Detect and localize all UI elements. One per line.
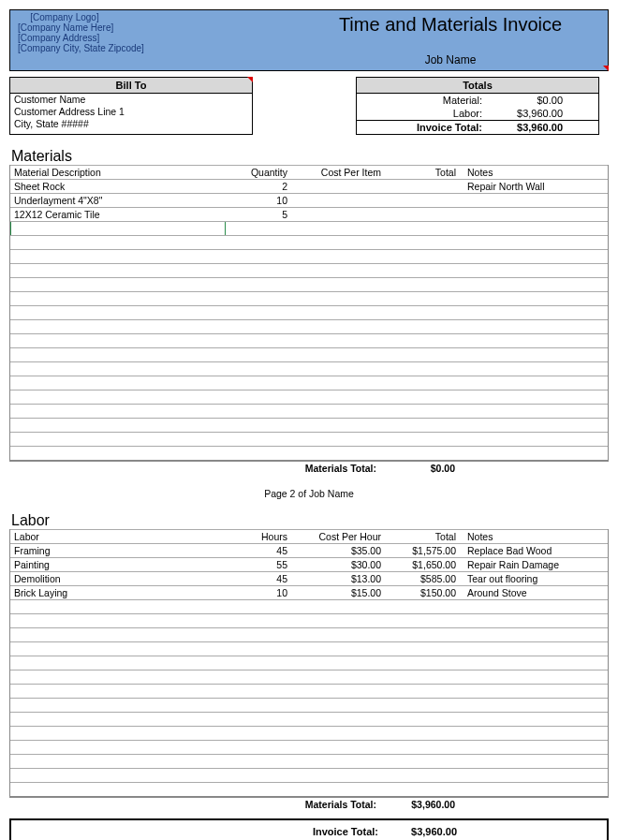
cell-quantity[interactable]	[226, 348, 291, 361]
cell-notes[interactable]	[460, 419, 608, 432]
cell-total[interactable]	[385, 391, 460, 404]
cell-notes[interactable]	[460, 755, 608, 768]
table-row[interactable]: Demolition45$13.00$585.00Tear out floori…	[10, 571, 608, 585]
cell-cost[interactable]	[291, 180, 385, 193]
cell-notes[interactable]: Replace Bad Wood	[460, 544, 608, 557]
table-row[interactable]	[10, 698, 608, 712]
cell-cost[interactable]	[291, 208, 385, 221]
cell-total[interactable]	[385, 769, 460, 782]
table-row[interactable]	[10, 249, 608, 263]
cell-total[interactable]	[385, 755, 460, 768]
cell-quantity[interactable]	[226, 278, 291, 291]
cell-total[interactable]	[385, 642, 460, 656]
cell-cost[interactable]	[291, 600, 385, 613]
cell-notes[interactable]	[460, 376, 608, 390]
cell-notes[interactable]	[460, 685, 608, 698]
cell-notes[interactable]	[460, 292, 608, 305]
cell-quantity[interactable]	[226, 222, 291, 235]
cell-description[interactable]: Framing	[10, 544, 226, 557]
cell-description[interactable]	[10, 447, 226, 460]
cell-notes[interactable]	[460, 614, 608, 627]
cell-notes[interactable]	[460, 671, 608, 684]
cell-cost[interactable]	[291, 713, 385, 726]
cell-cost[interactable]	[291, 433, 385, 446]
cell-notes[interactable]	[460, 405, 608, 418]
cell-description[interactable]	[10, 236, 226, 249]
table-row[interactable]: Brick Laying10$15.00$150.00Around Stove	[10, 585, 608, 599]
table-row[interactable]	[10, 333, 608, 347]
cell-notes[interactable]	[460, 783, 608, 796]
cell-quantity[interactable]: 2	[226, 180, 291, 193]
cell-description[interactable]	[10, 362, 226, 376]
cell-total[interactable]: $1,575.00	[385, 544, 460, 557]
cell-cost[interactable]	[291, 334, 385, 347]
cell-total[interactable]: $585.00	[385, 572, 460, 585]
table-row[interactable]	[10, 291, 608, 305]
table-row[interactable]	[10, 782, 608, 796]
table-row[interactable]	[10, 599, 608, 613]
table-row[interactable]	[10, 221, 608, 235]
cell-description[interactable]	[10, 656, 226, 670]
cell-description[interactable]	[10, 306, 226, 319]
table-row[interactable]: Framing45$35.00$1,575.00Replace Bad Wood	[10, 543, 608, 557]
cell-notes[interactable]	[460, 348, 608, 361]
table-row[interactable]	[10, 627, 608, 641]
cell-quantity[interactable]	[226, 306, 291, 319]
cell-total[interactable]	[385, 447, 460, 460]
cell-quantity[interactable]	[226, 447, 291, 460]
cell-notes[interactable]	[460, 250, 608, 263]
cell-quantity[interactable]	[226, 769, 291, 782]
table-row[interactable]	[10, 235, 608, 249]
cell-total[interactable]	[385, 405, 460, 418]
cell-quantity[interactable]	[226, 419, 291, 432]
cell-quantity[interactable]	[226, 699, 291, 712]
cell-notes[interactable]	[460, 208, 608, 221]
cell-cost[interactable]	[291, 685, 385, 698]
table-row[interactable]	[10, 656, 608, 670]
table-row[interactable]	[10, 376, 608, 390]
table-row[interactable]	[10, 641, 608, 656]
cell-notes[interactable]	[460, 194, 608, 207]
cell-description[interactable]	[10, 391, 226, 404]
cell-quantity[interactable]	[226, 405, 291, 418]
cell-cost[interactable]	[291, 236, 385, 249]
cell-total[interactable]	[385, 419, 460, 432]
cell-description[interactable]	[10, 741, 226, 754]
table-row[interactable]	[10, 740, 608, 754]
cell-quantity[interactable]	[226, 391, 291, 404]
cell-total[interactable]	[385, 713, 460, 726]
cell-description[interactable]	[10, 334, 226, 347]
cell-quantity[interactable]	[226, 628, 291, 641]
cell-quantity[interactable]	[226, 362, 291, 376]
cell-description[interactable]: 12X12 Ceramic Tile	[10, 208, 226, 221]
cell-description[interactable]	[10, 755, 226, 768]
cell-quantity[interactable]	[226, 656, 291, 670]
cell-description[interactable]	[10, 278, 226, 291]
cell-cost[interactable]	[291, 306, 385, 319]
table-row[interactable]: Underlayment 4"X8"10	[10, 193, 608, 207]
cell-notes[interactable]	[460, 628, 608, 641]
cell-quantity[interactable]	[226, 292, 291, 305]
table-row[interactable]	[10, 418, 608, 432]
cell-total[interactable]	[385, 222, 460, 235]
table-row[interactable]: 12X12 Ceramic Tile5	[10, 207, 608, 221]
cell-total[interactable]: $150.00	[385, 586, 460, 599]
cell-quantity[interactable]	[226, 685, 291, 698]
table-row[interactable]	[10, 390, 608, 404]
cell-cost[interactable]	[291, 699, 385, 712]
cell-notes[interactable]	[460, 391, 608, 404]
cell-quantity[interactable]	[226, 713, 291, 726]
cell-total[interactable]	[385, 334, 460, 347]
cell-cost[interactable]	[291, 755, 385, 768]
table-row[interactable]	[10, 726, 608, 740]
table-row[interactable]	[10, 613, 608, 627]
cell-total[interactable]	[385, 320, 460, 333]
cell-notes[interactable]	[460, 320, 608, 333]
table-row[interactable]	[10, 712, 608, 726]
cell-cost[interactable]	[291, 292, 385, 305]
table-row[interactable]	[10, 305, 608, 319]
cell-total[interactable]	[385, 600, 460, 613]
cell-cost[interactable]: $13.00	[291, 572, 385, 585]
cell-description[interactable]: Underlayment 4"X8"	[10, 194, 226, 207]
table-row[interactable]	[10, 446, 608, 460]
